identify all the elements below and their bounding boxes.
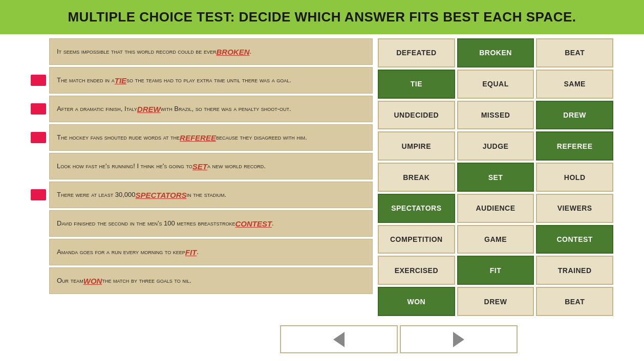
answer-word-9: WON: [83, 276, 102, 286]
question-box-1: It seems impossible that this world reco…: [49, 38, 373, 65]
main-content: It seems impossible that this world reco…: [0, 34, 644, 320]
question-box-5: Look how fast he's running! I think he's…: [49, 153, 373, 179]
answer-choice-9-2[interactable]: BEAT: [536, 287, 613, 316]
answer-choice-1-1[interactable]: BROKEN: [457, 38, 534, 67]
answer-row-5: BREAKSETHOLD: [378, 163, 613, 192]
wrong-indicator-9: [31, 275, 46, 286]
answer-choice-5-2[interactable]: HOLD: [536, 163, 613, 192]
answer-choice-1-0[interactable]: DEFEATED: [378, 38, 455, 67]
question-box-4: The hockey fans shouted rude words at th…: [49, 124, 373, 151]
answer-choice-9-0[interactable]: WON: [378, 287, 455, 316]
answer-row-4: UMPIREJUDGEREFEREE: [378, 131, 613, 161]
answer-choice-8-1[interactable]: FIT: [457, 256, 534, 285]
navigation-row: [154, 320, 644, 361]
wrong-indicator-4: [31, 132, 46, 143]
answer-word-8: FIT: [185, 247, 197, 258]
question-row-2: The match ended in a TIE so the teams ha…: [31, 67, 373, 94]
answer-choice-7-2[interactable]: CONTEST: [536, 225, 613, 254]
answer-choice-5-1[interactable]: SET: [457, 163, 534, 192]
answer-choice-7-1[interactable]: GAME: [457, 225, 534, 254]
prev-button[interactable]: [280, 325, 398, 353]
wrong-indicator-3: [31, 103, 46, 115]
questions-column: It seems impossible that this world reco…: [31, 38, 373, 316]
answer-choice-8-0[interactable]: EXERCISED: [378, 256, 455, 285]
answer-choice-8-2[interactable]: TRAINED: [536, 256, 613, 285]
page: MULTIPLE CHOICE TEST: DECIDE WHICH ANSWE…: [0, 0, 644, 361]
header-bold: MULTIPLE CHOICE TEST:: [68, 9, 234, 25]
question-box-7: David finished the second in the men's 1…: [49, 210, 373, 237]
question-row-4: The hockey fans shouted rude words at th…: [31, 124, 373, 151]
question-box-8: Amanda goes for a run every morning to k…: [49, 239, 373, 265]
answer-row-7: COMPETITIONGAMECONTEST: [378, 225, 613, 254]
question-row-7: David finished the second in the men's 1…: [31, 210, 373, 237]
next-icon: [453, 332, 464, 347]
answer-word-7: CONTEST: [235, 218, 272, 229]
wrong-indicator-2: [31, 75, 46, 86]
answer-choice-4-2[interactable]: REFEREE: [536, 131, 613, 161]
answer-choice-4-0[interactable]: UMPIRE: [378, 131, 455, 161]
answer-row-2: TIEEQUALSAME: [378, 70, 613, 99]
question-box-9: Our team WON the match by three goals to…: [49, 267, 373, 294]
answer-row-3: UNDECIDEDMISSEDDREW: [378, 101, 613, 130]
answer-word-6: SPECTATORS: [136, 190, 187, 200]
answer-word-1: BROKEN: [217, 47, 250, 57]
page-header: MULTIPLE CHOICE TEST: DECIDE WHICH ANSWE…: [0, 0, 644, 34]
answer-choice-7-0[interactable]: COMPETITION: [378, 225, 455, 254]
answer-choice-6-0[interactable]: SPECTATORS: [378, 194, 455, 223]
question-row-8: Amanda goes for a run every morning to k…: [31, 239, 373, 265]
question-row-3: After a dramatic finish, Italy DREW with…: [31, 96, 373, 122]
question-row-9: Our team WON the match by three goals to…: [31, 267, 373, 294]
question-box-2: The match ended in a TIE so the teams ha…: [49, 67, 373, 94]
answer-choice-5-0[interactable]: BREAK: [378, 163, 455, 192]
question-box-6: There were at least 30,000 SPECTATORS in…: [49, 182, 373, 208]
wrong-indicator-8: [31, 246, 46, 258]
wrong-indicator-5: [31, 161, 46, 172]
answer-word-5: SET: [192, 161, 207, 172]
answer-word-2: TIE: [115, 75, 126, 86]
wrong-indicator-6: [31, 189, 46, 200]
wrong-indicator-1: [31, 46, 46, 57]
next-button[interactable]: [400, 325, 518, 353]
wrong-indicator-7: [31, 218, 46, 229]
answer-choice-6-1[interactable]: AUDIENCE: [457, 194, 534, 223]
answer-row-9: WONDREWBEAT: [378, 287, 613, 316]
answer-choice-2-0[interactable]: TIE: [378, 70, 455, 99]
header-rest: DECIDE WHICH ANSWER FITS BEST EACH SPACE…: [239, 9, 576, 25]
prev-icon: [333, 332, 345, 347]
answer-choice-3-1[interactable]: MISSED: [457, 101, 534, 130]
answer-row-1: DEFEATEDBROKENBEAT: [378, 38, 613, 67]
answer-choice-4-1[interactable]: JUDGE: [457, 131, 534, 161]
answer-choice-3-2[interactable]: DREW: [536, 101, 613, 130]
question-row-5: Look how fast he's running! I think he's…: [31, 153, 373, 179]
answer-word-3: DREW: [137, 104, 161, 115]
answer-choice-9-1[interactable]: DREW: [457, 287, 534, 316]
answer-choice-6-2[interactable]: VIEWERS: [536, 194, 613, 223]
answer-choice-3-0[interactable]: UNDECIDED: [378, 101, 455, 130]
question-row-1: It seems impossible that this world reco…: [31, 38, 373, 65]
question-row-6: There were at least 30,000 SPECTATORS in…: [31, 182, 373, 208]
answer-choice-2-1[interactable]: EQUAL: [457, 70, 534, 99]
answer-choice-1-2[interactable]: BEAT: [536, 38, 613, 67]
answer-word-4: REFEREE: [180, 132, 216, 143]
answer-row-8: EXERCISEDFITTRAINED: [378, 256, 613, 285]
question-box-3: After a dramatic finish, Italy DREW with…: [49, 96, 373, 122]
answer-row-6: SPECTATORSAUDIENCEVIEWERS: [378, 194, 613, 223]
answers-column: DEFEATEDBROKENBEATTIEEQUALSAMEUNDECIDEDM…: [378, 38, 613, 316]
answer-choice-2-2[interactable]: SAME: [536, 70, 613, 99]
